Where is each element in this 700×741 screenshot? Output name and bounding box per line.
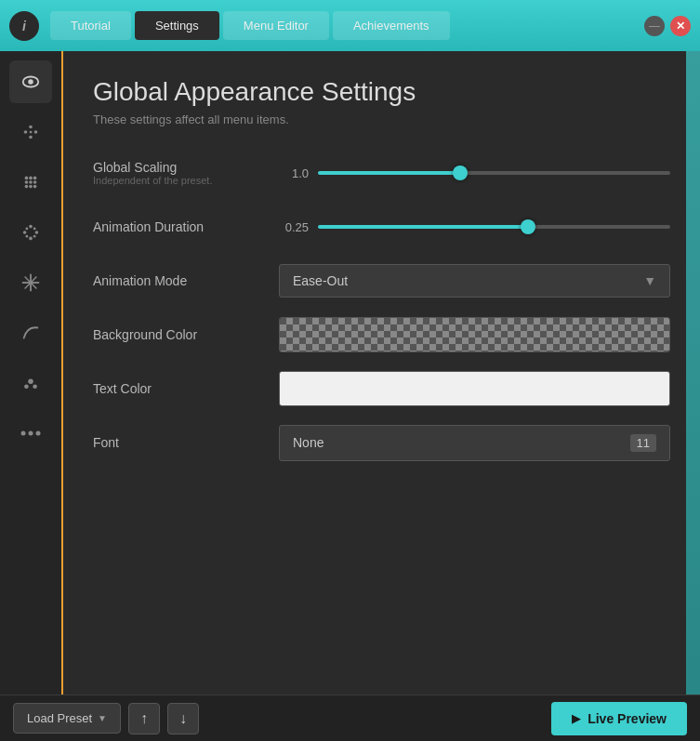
- svg-point-15: [33, 185, 37, 189]
- sidebar-item-curve[interactable]: [9, 311, 52, 354]
- global-scaling-sublabel: Independent of the preset.: [93, 175, 279, 186]
- curve-icon: [20, 323, 41, 343]
- svg-point-14: [29, 185, 33, 189]
- sidebar-item-dots4[interactable]: [9, 362, 52, 404]
- text-color-label: Text Color: [93, 381, 279, 396]
- sidebar-item-dots2[interactable]: [9, 161, 52, 204]
- animation-mode-row: Animation Mode Ease-Out ▼: [93, 262, 670, 299]
- svg-point-10: [25, 180, 29, 184]
- animation-duration-row: Animation Duration 0.25: [93, 208, 670, 245]
- svg-point-28: [28, 378, 33, 384]
- bottom-left-controls: Load Preset ▼ ↑ ↓: [13, 703, 199, 734]
- bottom-bar: Load Preset ▼ ↑ ↓ ▶ Live Preview: [0, 695, 700, 741]
- svg-point-22: [26, 235, 29, 238]
- svg-point-4: [29, 136, 33, 139]
- animation-duration-slider[interactable]: [318, 225, 670, 229]
- sidebar-item-eye[interactable]: [9, 60, 52, 103]
- global-scaling-row: Global Scaling Independent of the preset…: [93, 154, 670, 192]
- global-scaling-value: 1.0: [279, 166, 309, 180]
- download-button[interactable]: ↓: [167, 703, 199, 734]
- svg-point-7: [25, 177, 29, 180]
- upload-icon: ↑: [140, 710, 148, 727]
- load-preset-arrow-icon: ▼: [98, 713, 107, 723]
- text-color-picker[interactable]: [279, 371, 670, 406]
- font-value: None: [293, 435, 324, 450]
- sidebar-item-more[interactable]: [9, 412, 52, 455]
- svg-point-2: [29, 126, 33, 129]
- font-label: Font: [93, 435, 279, 450]
- svg-point-29: [24, 384, 29, 389]
- eye-icon: [20, 72, 41, 92]
- teal-accent-strip: [686, 51, 700, 695]
- white-color-swatch: [280, 372, 669, 405]
- animation-mode-dropdown[interactable]: Ease-Out ▼: [279, 264, 670, 298]
- svg-point-31: [21, 431, 26, 436]
- sparkle-icon: [20, 272, 41, 293]
- svg-point-20: [33, 228, 36, 231]
- sidebar-item-dots1[interactable]: [9, 111, 52, 153]
- more-icon: [20, 430, 41, 437]
- animation-mode-label: Animation Mode: [93, 273, 279, 288]
- live-preview-button[interactable]: ▶ Live Preview: [551, 702, 687, 735]
- global-scaling-label: Global Scaling: [93, 160, 279, 175]
- main-layout: Global Appearance Settings These setting…: [0, 51, 700, 695]
- global-scaling-slider[interactable]: [318, 171, 670, 175]
- animation-mode-value: Ease-Out: [293, 273, 348, 288]
- svg-point-19: [23, 231, 27, 234]
- dots-circle-icon: [20, 122, 41, 142]
- dots-ring-icon: [20, 222, 41, 243]
- svg-point-6: [30, 131, 33, 134]
- font-selector[interactable]: None 11: [279, 425, 670, 461]
- dropdown-arrow-icon: ▼: [643, 273, 656, 288]
- svg-point-21: [33, 235, 36, 238]
- tab-settings[interactable]: Settings: [135, 11, 219, 40]
- text-color-row: Text Color: [93, 370, 670, 407]
- tab-tutorial[interactable]: Tutorial: [50, 11, 131, 40]
- svg-point-12: [33, 180, 37, 184]
- play-icon: ▶: [572, 712, 580, 725]
- close-button[interactable]: ✕: [670, 16, 691, 36]
- svg-point-11: [29, 180, 33, 184]
- svg-point-1: [28, 79, 33, 85]
- background-color-label: Background Color: [93, 327, 279, 342]
- minimize-button[interactable]: —: [644, 16, 665, 36]
- sidebar-item-sparkle[interactable]: [9, 261, 52, 304]
- tab-menu-editor[interactable]: Menu Editor: [223, 11, 329, 40]
- svg-point-32: [29, 431, 33, 436]
- svg-point-8: [29, 177, 33, 180]
- dots-cluster-icon: [20, 373, 41, 393]
- checker-pattern: [280, 318, 669, 351]
- animation-duration-value: 0.25: [279, 220, 309, 234]
- content-area: Global Appearance Settings These setting…: [63, 51, 700, 695]
- svg-point-23: [26, 228, 29, 231]
- dots-grid-icon: [20, 172, 41, 192]
- title-bar-tabs: i Tutorial Settings Menu Editor Achievem…: [9, 11, 450, 41]
- info-button[interactable]: i: [9, 11, 39, 41]
- sidebar: [0, 51, 63, 695]
- load-preset-label: Load Preset: [27, 711, 92, 725]
- svg-point-33: [36, 431, 41, 436]
- background-color-row: Background Color: [93, 316, 670, 353]
- svg-point-9: [33, 177, 37, 180]
- svg-point-3: [34, 130, 38, 134]
- live-preview-label: Live Preview: [588, 711, 667, 726]
- download-icon: ↓: [179, 710, 187, 727]
- page-title: Global Appearance Settings: [93, 77, 670, 107]
- upload-button[interactable]: ↑: [128, 703, 160, 734]
- svg-point-13: [25, 185, 29, 189]
- animation-duration-label: Animation Duration: [93, 219, 279, 234]
- svg-point-30: [33, 384, 37, 389]
- tab-achievements[interactable]: Achievements: [333, 11, 450, 40]
- load-preset-button[interactable]: Load Preset ▼: [13, 703, 121, 734]
- sidebar-item-dots3[interactable]: [9, 211, 52, 254]
- window-controls: — ✕: [644, 16, 691, 36]
- page-subtitle: These settings affect all menu items.: [93, 112, 670, 126]
- svg-point-18: [29, 237, 33, 241]
- svg-point-17: [35, 231, 39, 234]
- title-bar: i Tutorial Settings Menu Editor Achievem…: [0, 0, 700, 51]
- background-color-picker[interactable]: [279, 317, 670, 352]
- font-badge: 11: [630, 434, 656, 452]
- svg-point-16: [29, 225, 33, 229]
- font-row: Font None 11: [93, 424, 670, 461]
- svg-point-5: [24, 130, 28, 134]
